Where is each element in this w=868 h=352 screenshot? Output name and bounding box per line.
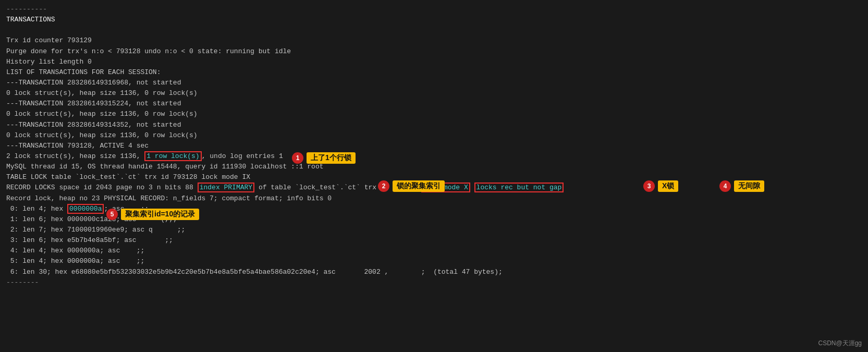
trx1-header: ---TRANSACTION 283286149316968, not star…: [6, 78, 862, 88]
record-lock-physical: Record lock, heap no 23 PHYSICAL RECORD:…: [6, 193, 862, 204]
trx2-locks: 0 lock struct(s), heap size 1136, 0 row …: [6, 109, 862, 119]
mysql-thread: MySQL thread id 15, OS thread handle 154…: [6, 162, 862, 172]
row-locks-highlight: 1 row lock(s): [144, 151, 201, 161]
divider-top: ----------: [6, 4, 862, 15]
content-area: ---------- TRANSACTIONS Trx id counter 7…: [6, 4, 862, 288]
index-primary-highlight: index PRIMARY: [198, 183, 254, 192]
history-list: History list length 0: [6, 57, 862, 67]
trx2-header: ---TRANSACTION 283286149315224, not star…: [6, 99, 862, 109]
purge-done: Purge done for trx's n:o < 793128 undo n…: [6, 46, 862, 57]
hex-highlight: 0000000a: [67, 204, 104, 214]
lock-mode-x-highlight: lock_mode X: [421, 183, 470, 192]
trx3-header: ---TRANSACTION 283286149314352, not star…: [6, 120, 862, 130]
trx1-locks: 0 lock struct(s), heap size 1136, 0 row …: [6, 88, 862, 99]
locks-rec-not-gap-highlight: locks rec but not gap: [474, 183, 564, 192]
field-4: 4: len 4; hex 0000000a; asc ;;: [6, 246, 862, 256]
field-3: 3: len 6; hex e5b7b4e8a5bf; asc ;;: [6, 235, 862, 246]
list-of-transactions: LIST OF TRANSACTIONS FOR EACH SESSION:: [6, 67, 862, 78]
divider-bottom: --------: [6, 277, 862, 288]
field-1: 1: len 6; hex 0000000c1a28; asc (,;;: [6, 214, 862, 225]
terminal-window: ---------- TRANSACTIONS Trx id counter 7…: [0, 0, 868, 352]
table-lock: TABLE LOCK table `lock_test`.`ct` trx id…: [6, 172, 862, 183]
field-5: 5: len 4; hex 0000000a; asc ;;: [6, 256, 862, 266]
trx4-locks: 2 lock struct(s), heap size 1136, 1 row …: [6, 151, 862, 162]
trx4-header: ---TRANSACTION 793128, ACTIVE 4 sec: [6, 141, 862, 151]
trx3-locks: 0 lock struct(s), heap size 1136, 0 row …: [6, 130, 862, 141]
csdn-watermark: CSDN@天涯gg: [818, 339, 862, 348]
record-locks-line: RECORD LOCKS space id 2043 page no 3 n b…: [6, 183, 862, 193]
field-6: 6: len 30; hex e68080e5bfb532303032e5b9b…: [6, 267, 862, 277]
trx-id-counter: Trx id counter 793129: [6, 35, 862, 46]
field-2: 2: len 7; hex 71000019960ee9; asc q ;;: [6, 225, 862, 235]
field-0: 0: len 4; hex 0000000a; asc ;;: [6, 204, 862, 214]
transactions-header: TRANSACTIONS: [6, 15, 862, 25]
blank-line-1: [6, 25, 862, 35]
